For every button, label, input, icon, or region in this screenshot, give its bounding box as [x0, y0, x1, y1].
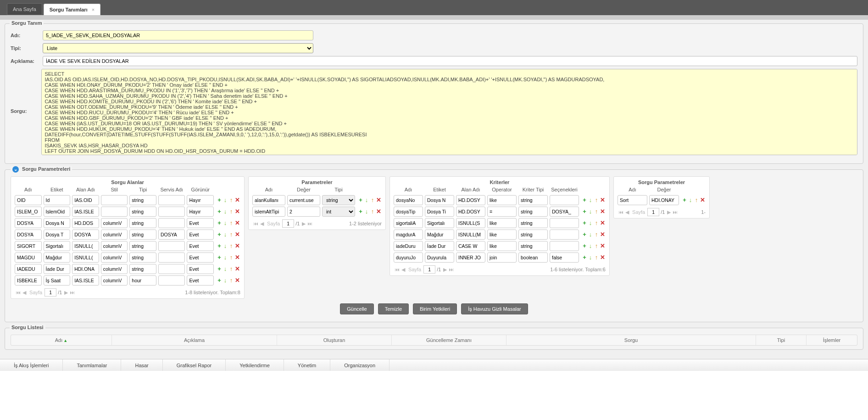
grid-cell-input[interactable]	[550, 230, 579, 240]
menu-yetkilendirme[interactable]: Yetkilendirme	[226, 359, 284, 371]
grid-cell-input[interactable]	[15, 218, 42, 228]
grid-cell-input[interactable]	[456, 218, 485, 228]
grid-cell-input[interactable]	[187, 207, 214, 217]
pager-nav[interactable]: ⏮◀ Sayfa/1 ▶⏭	[394, 265, 455, 274]
col-header[interactable]: Servis Adı	[157, 186, 186, 193]
grid-cell-input[interactable]	[487, 252, 517, 263]
grid-cell-input[interactable]	[129, 252, 156, 263]
col-header[interactable]: Tipi	[321, 186, 356, 193]
grid-cell-input[interactable]	[456, 230, 485, 240]
grid-cell-input[interactable]	[394, 252, 423, 263]
add-icon[interactable]: +	[358, 197, 363, 203]
arrow-down-icon[interactable]: ↓	[588, 255, 593, 260]
grid-cell-input[interactable]	[158, 195, 185, 205]
delete-icon[interactable]: ✕	[234, 266, 240, 272]
grid-cell-input[interactable]	[158, 207, 185, 217]
grid-cell-input[interactable]	[72, 230, 99, 240]
add-icon[interactable]: +	[582, 197, 587, 203]
grid-cell-input[interactable]	[44, 252, 71, 263]
grid-cell-input[interactable]	[15, 241, 42, 251]
close-icon[interactable]: ×	[92, 7, 95, 12]
grid-cell-input[interactable]	[44, 195, 71, 205]
col-header[interactable]: Değer	[286, 186, 321, 193]
grid-cell-input[interactable]	[44, 218, 71, 228]
arrow-up-icon[interactable]: ↑	[594, 232, 599, 237]
grid-cell-input[interactable]	[487, 230, 517, 240]
delete-icon[interactable]: ✕	[600, 220, 605, 226]
grid-cell-input[interactable]	[394, 207, 423, 217]
delete-icon[interactable]: ✕	[234, 232, 240, 237]
col-header[interactable]: Seçenekleri	[549, 186, 580, 193]
grid-cell-input[interactable]	[129, 195, 156, 205]
arrow-up-icon[interactable]: ↑	[594, 220, 599, 226]
grid-cell-input[interactable]	[394, 230, 423, 240]
menu-grafiksel-rapor[interactable]: Grafiksel Rapor	[163, 359, 226, 371]
grid-cell-input[interactable]	[187, 252, 214, 263]
grid-cell-input[interactable]	[550, 218, 579, 228]
grid-cell-input[interactable]	[72, 252, 99, 263]
list-header-adi[interactable]: Adı▲	[11, 335, 112, 345]
col-header[interactable]: Adı	[251, 186, 286, 193]
grid-cell-input[interactable]	[44, 275, 71, 286]
list-header-guncelleme[interactable]: Güncelleme Zamanı	[392, 335, 506, 345]
add-icon[interactable]: +	[582, 255, 587, 260]
delete-icon[interactable]: ✕	[234, 209, 240, 214]
grid-cell-input[interactable]	[425, 207, 454, 217]
grid-cell-input[interactable]	[101, 252, 128, 263]
delete-icon[interactable]: ✕	[600, 243, 605, 249]
arrow-down-icon[interactable]: ↓	[223, 232, 228, 237]
grid-cell-input[interactable]	[518, 230, 548, 240]
delete-icon[interactable]: ✕	[234, 255, 240, 260]
tab-home[interactable]: Ana Sayfa	[7, 3, 42, 15]
grid-cell-input[interactable]	[72, 195, 99, 205]
arrow-up-icon[interactable]: ↑	[694, 197, 699, 203]
grid-cell-input[interactable]	[518, 218, 548, 228]
delete-icon[interactable]: ✕	[600, 255, 605, 260]
col-header[interactable]: Tipi	[128, 186, 157, 193]
menu-is-akis[interactable]: İş Akış İşlemleri	[0, 359, 63, 371]
grid-cell-input[interactable]	[44, 241, 71, 251]
add-icon[interactable]: +	[682, 197, 687, 203]
arrow-up-icon[interactable]: ↑	[370, 209, 375, 214]
col-header[interactable]: Adı	[14, 186, 43, 193]
pager-nav[interactable]: ⏮◀ Sayfa/1 ▶⏭	[618, 208, 679, 216]
grid-cell-input[interactable]	[425, 241, 454, 251]
grid-cell-input[interactable]	[425, 230, 454, 240]
menu-yonetim[interactable]: Yönetim	[284, 359, 330, 371]
menu-hasar[interactable]: Hasar	[121, 359, 162, 371]
arrow-up-icon[interactable]: ↑	[228, 232, 234, 237]
pager-nav[interactable]: ⏮◀ Sayfa/1 ▶⏭	[252, 219, 313, 228]
grid-cell-input[interactable]	[187, 230, 214, 240]
grid-cell-input[interactable]	[72, 241, 99, 251]
arrow-down-icon[interactable]: ↓	[588, 209, 593, 214]
collapse-icon[interactable]: ⌄	[12, 166, 19, 173]
pager-nav[interactable]: ⏮◀ Sayfa/1 ▶⏭	[15, 288, 76, 297]
add-icon[interactable]: +	[582, 209, 587, 214]
grid-cell-input[interactable]	[187, 195, 214, 205]
arrow-up-icon[interactable]: ↑	[228, 255, 234, 260]
delete-icon[interactable]: ✕	[234, 243, 240, 249]
col-header[interactable]: Adı	[617, 186, 648, 193]
arrow-up-icon[interactable]: ↑	[594, 243, 599, 249]
arrow-down-icon[interactable]: ↓	[588, 232, 593, 237]
grid-cell-input[interactable]	[129, 275, 156, 286]
grid-cell-input[interactable]	[158, 275, 185, 286]
tab-sorgu-tanimlari[interactable]: Sorgu Tanımları ×	[44, 4, 100, 15]
grid-cell-input[interactable]	[129, 230, 156, 240]
delete-icon[interactable]: ✕	[234, 197, 240, 203]
grid-cell-input[interactable]	[550, 195, 579, 205]
arrow-up-icon[interactable]: ↑	[228, 278, 234, 283]
grid-cell-input[interactable]	[15, 230, 42, 240]
grid-cell-input[interactable]	[44, 207, 71, 217]
grid-cell-input[interactable]	[129, 264, 156, 274]
arrow-down-icon[interactable]: ↓	[223, 209, 228, 214]
list-header-tipi[interactable]: Tipi	[756, 335, 807, 345]
grid-cell-input[interactable]	[101, 275, 128, 286]
grid-cell-input[interactable]	[518, 195, 548, 205]
grid-cell-input[interactable]	[101, 241, 128, 251]
add-icon[interactable]: +	[217, 278, 222, 283]
col-header[interactable]: Alan Adı	[71, 186, 100, 193]
delete-icon[interactable]: ✕	[376, 209, 381, 214]
menu-tanimlamalar[interactable]: Tanımlamalar	[63, 359, 121, 371]
col-header[interactable]: Stil	[100, 186, 129, 193]
